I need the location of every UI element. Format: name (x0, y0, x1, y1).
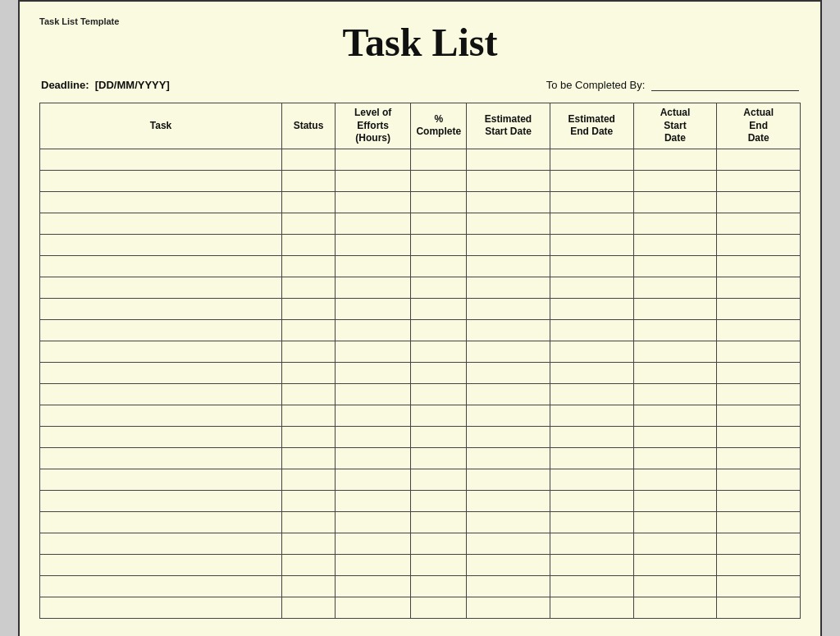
table-row (40, 213, 801, 234)
table-cell (467, 533, 550, 554)
deadline-value: [DD/MM/YYYY] (95, 79, 170, 91)
table-cell (717, 255, 801, 277)
table-cell (550, 234, 633, 255)
table-cell (411, 255, 467, 277)
table-cell (335, 213, 410, 234)
table-cell (282, 213, 336, 234)
table-cell (467, 234, 550, 255)
table-header-row: Task Status Level of Efforts(Hours) %Com… (40, 103, 801, 149)
table-cell (335, 277, 410, 298)
table-cell (335, 255, 410, 277)
table-cell (411, 170, 467, 191)
table-cell (717, 405, 801, 426)
table-cell (550, 298, 633, 319)
table-cell (282, 533, 336, 554)
table-cell (467, 255, 550, 277)
table-cell (550, 255, 633, 277)
table-cell (633, 362, 717, 383)
table-row (40, 149, 801, 170)
table-cell (282, 319, 336, 341)
meta-row: Deadline: [DD/MM/YYYY] To be Completed B… (39, 78, 801, 91)
table-cell (550, 191, 633, 213)
table-cell (717, 277, 801, 298)
table-cell (40, 341, 282, 362)
table-cell (550, 533, 633, 554)
completed-by-field: To be Completed By: (546, 78, 799, 91)
table-row (40, 469, 801, 490)
table-cell (633, 170, 717, 191)
table-cell (282, 234, 336, 255)
table-cell (411, 426, 467, 447)
table-cell (467, 405, 550, 426)
table-cell (467, 213, 550, 234)
table-cell (282, 511, 336, 533)
table-cell (40, 575, 282, 597)
table-row (40, 383, 801, 405)
table-cell (335, 191, 410, 213)
table-cell (633, 533, 717, 554)
table-cell (40, 255, 282, 277)
table-row (40, 490, 801, 511)
table-cell (550, 575, 633, 597)
table-row (40, 362, 801, 383)
table-cell (335, 383, 410, 405)
table-row (40, 255, 801, 277)
table-cell (411, 298, 467, 319)
table-cell (335, 490, 410, 511)
table-cell (633, 191, 717, 213)
table-cell (335, 405, 410, 426)
table-cell (550, 149, 633, 170)
table-cell (550, 319, 633, 341)
table-cell (550, 490, 633, 511)
table-cell (40, 447, 282, 469)
col-header-status: Status (282, 103, 336, 149)
table-cell (467, 490, 550, 511)
table-cell (467, 575, 550, 597)
table-cell (335, 234, 410, 255)
deadline-label-text: Deadline: (41, 79, 89, 91)
table-cell (467, 319, 550, 341)
table-row (40, 447, 801, 469)
table-cell (633, 213, 717, 234)
table-cell (40, 213, 282, 234)
table-cell (40, 277, 282, 298)
table-cell (335, 597, 410, 618)
table-cell (633, 469, 717, 490)
table-cell (40, 298, 282, 319)
table-cell (633, 426, 717, 447)
table-cell (717, 426, 801, 447)
table-cell (717, 511, 801, 533)
table-row (40, 341, 801, 362)
table-cell (717, 362, 801, 383)
table-cell (40, 511, 282, 533)
table-cell (282, 277, 336, 298)
table-cell (40, 170, 282, 191)
table-cell (335, 319, 410, 341)
col-header-task: Task (40, 103, 282, 149)
table-cell (40, 597, 282, 618)
table-cell (717, 213, 801, 234)
table-cell (335, 554, 410, 575)
table-cell (717, 469, 801, 490)
table-cell (40, 405, 282, 426)
table-row (40, 426, 801, 447)
table-cell (633, 234, 717, 255)
table-cell (335, 341, 410, 362)
page-title: Task List (39, 20, 801, 65)
table-cell (282, 554, 336, 575)
table-cell (633, 149, 717, 170)
table-cell (282, 426, 336, 447)
table-cell (550, 213, 633, 234)
col-header-est-start: EstimatedStart Date (467, 103, 550, 149)
table-cell (282, 469, 336, 490)
table-cell (467, 554, 550, 575)
table-cell (411, 447, 467, 469)
table-cell (467, 447, 550, 469)
table-cell (282, 341, 336, 362)
table-cell (550, 362, 633, 383)
table-cell (335, 469, 410, 490)
table-cell (411, 511, 467, 533)
table-cell (411, 533, 467, 554)
table-cell (717, 554, 801, 575)
table-cell (411, 191, 467, 213)
